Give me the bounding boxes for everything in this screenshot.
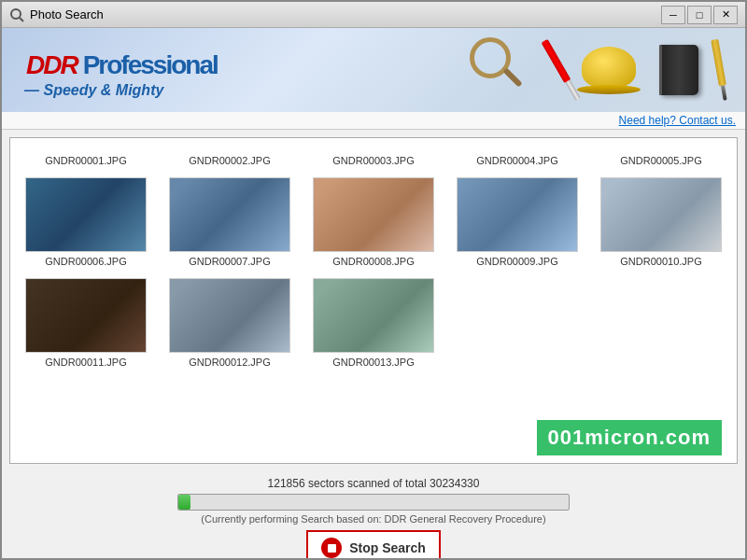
book-icon xyxy=(659,45,698,95)
magnifier-icon xyxy=(470,37,535,103)
photo-item[interactable]: GNDR00012.JPG xyxy=(158,271,302,371)
stop-square xyxy=(328,544,336,553)
photo-label-2: GNDR00002.JPG xyxy=(189,155,270,166)
photo-label-9: GNDR00009.JPG xyxy=(476,256,557,267)
photo-item[interactable]: GNDR00001.JPG xyxy=(14,142,158,170)
svg-point-0 xyxy=(11,9,21,19)
photo-thumb-7 xyxy=(169,177,290,252)
header-banner: DDRProfessional — Speedy & Mighty xyxy=(2,28,745,112)
progress-bar-container xyxy=(177,494,570,511)
photo-label-4: GNDR00004.JPG xyxy=(476,155,557,166)
screwdriver-icon xyxy=(538,37,585,103)
photo-label-8: GNDR00008.JPG xyxy=(332,256,414,267)
photo-item[interactable]: GNDR00013.JPG xyxy=(302,271,445,371)
photo-label-3: GNDR00003.JPG xyxy=(332,155,414,166)
photo-item[interactable]: GNDR00008.JPG xyxy=(302,170,445,271)
ddr-logo: DDRProfessional xyxy=(21,41,218,80)
content-wrapper: GNDR00001.JPGGNDR00002.JPGGNDR00003.JPGG… xyxy=(2,130,745,560)
photo-thumb-8 xyxy=(313,177,434,252)
photo-label-13: GNDR00013.JPG xyxy=(332,357,414,368)
photo-thumb-12 xyxy=(169,278,290,353)
photo-item[interactable]: GNDR00003.JPG xyxy=(302,142,445,170)
photo-item[interactable]: GNDR00011.JPG xyxy=(14,271,158,371)
maximize-button[interactable]: □ xyxy=(687,6,712,24)
help-link-bar: Need help? Contact us. xyxy=(2,112,745,130)
hardhat-icon xyxy=(582,47,641,94)
minimize-button[interactable]: ─ xyxy=(661,6,685,24)
window-title: Photo Search xyxy=(30,7,104,21)
photo-label-12: GNDR00012.JPG xyxy=(189,357,270,368)
stop-search-button[interactable]: Stop Search xyxy=(306,530,441,560)
progress-area: 121856 sectors scanned of total 30234330… xyxy=(2,471,745,525)
watermark: 001micron.com xyxy=(537,420,722,455)
photo-thumb-11 xyxy=(25,278,147,353)
photo-thumb-9 xyxy=(457,177,578,252)
photo-grid: GNDR00001.JPGGNDR00002.JPGGNDR00003.JPGG… xyxy=(10,138,737,375)
stop-search-label: Stop Search xyxy=(349,540,426,555)
bottom-controls: Stop Search xyxy=(2,525,745,560)
title-bar: Photo Search ─ □ ✕ xyxy=(2,2,745,28)
progress-label: 121856 sectors scanned of total 30234330 xyxy=(268,477,480,490)
close-button[interactable]: ✕ xyxy=(713,6,738,24)
pen-icon xyxy=(708,38,731,101)
stop-icon xyxy=(321,538,342,558)
svg-line-1 xyxy=(20,18,23,21)
window-controls: ─ □ ✕ xyxy=(661,6,738,24)
photo-label-6: GNDR00006.JPG xyxy=(45,256,126,267)
brand-area: DDRProfessional — Speedy & Mighty xyxy=(21,41,218,99)
photo-thumb-13 xyxy=(313,278,434,353)
photo-thumb-10 xyxy=(600,177,722,252)
help-link[interactable]: Need help? Contact us. xyxy=(619,114,736,127)
photo-item[interactable]: GNDR00002.JPG xyxy=(158,142,302,170)
progress-subtext: (Currently performing Search based on: D… xyxy=(201,513,545,525)
photo-item[interactable]: GNDR00010.JPG xyxy=(589,170,733,271)
photo-label-1: GNDR00001.JPG xyxy=(45,155,126,166)
app-icon xyxy=(9,7,24,22)
photo-item[interactable]: GNDR00009.JPG xyxy=(445,170,589,271)
photo-label-10: GNDR00010.JPG xyxy=(620,256,701,267)
photo-label-11: GNDR00011.JPG xyxy=(45,357,126,368)
progress-bar-fill xyxy=(178,495,190,510)
photo-thumb-6 xyxy=(25,177,147,252)
photo-label-7: GNDR00007.JPG xyxy=(189,256,270,267)
photo-grid-container[interactable]: GNDR00001.JPGGNDR00002.JPGGNDR00003.JPGG… xyxy=(9,137,738,464)
photo-item[interactable]: GNDR00007.JPG xyxy=(158,170,302,271)
photo-label-5: GNDR00005.JPG xyxy=(620,155,701,166)
banner-icons xyxy=(470,36,726,104)
photo-item[interactable]: GNDR00005.JPG xyxy=(589,142,733,170)
tagline: — Speedy & Mighty xyxy=(24,82,218,99)
photo-item[interactable]: GNDR00004.JPG xyxy=(445,142,589,170)
photo-item[interactable]: GNDR00006.JPG xyxy=(14,170,158,271)
